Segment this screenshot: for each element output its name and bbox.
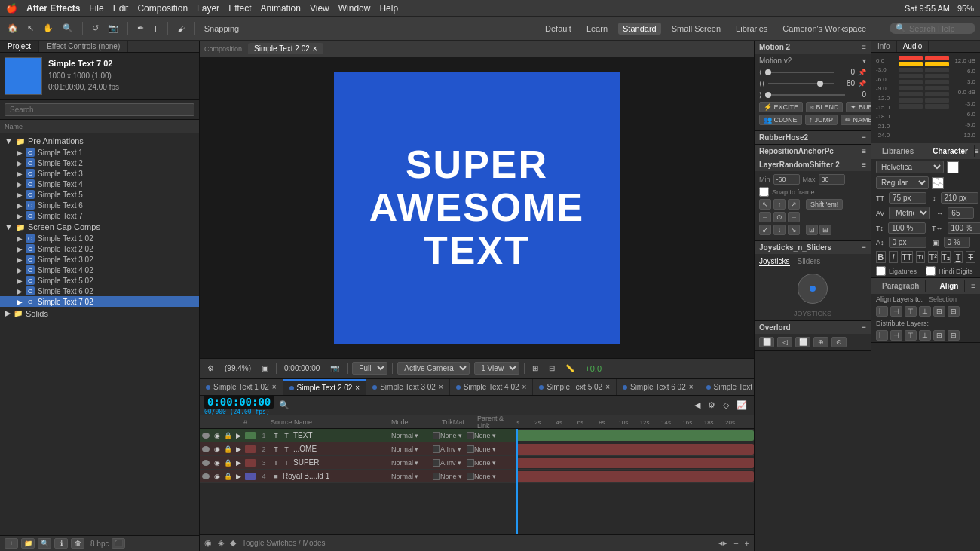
layer-4-parent[interactable]: None▾ xyxy=(474,473,516,480)
layer-4-trikmat[interactable]: None▾ xyxy=(440,473,467,480)
layer-4-solo[interactable]: ◉ xyxy=(212,473,222,480)
brush-tool[interactable]: 🖌 xyxy=(174,23,188,35)
timeline-ruler[interactable]: 0s 2s 4s 6s 8s 10s 12s 14s 16s 18s 20s xyxy=(516,415,754,429)
leading-input[interactable] xyxy=(941,192,978,204)
quality-select[interactable]: Full xyxy=(352,362,387,375)
playhead[interactable] xyxy=(516,429,518,534)
baseline-input[interactable] xyxy=(889,237,926,248)
arrow-up-right[interactable]: ↗ xyxy=(788,199,800,210)
rubberhose-header[interactable]: RubberHose2 ≡ xyxy=(755,131,871,144)
arrow-center[interactable]: ⊙ xyxy=(773,212,786,222)
viewer-settings[interactable]: ⚙ xyxy=(204,363,217,373)
layer-4-trikmat-cb[interactable] xyxy=(433,473,440,480)
item-simple-text-5[interactable]: ▶ C Simple Text 5 xyxy=(0,189,199,200)
viewer-exposure[interactable]: +0.0 xyxy=(582,363,605,374)
item-sc-3[interactable]: ▶ C Simple Text 3 02 xyxy=(0,254,199,265)
tab-info[interactable]: Info xyxy=(871,41,897,52)
tab-libraries[interactable]: Libraries xyxy=(876,145,920,157)
item-sc-6[interactable]: ▶ C Simple Text 6 02 xyxy=(0,286,199,296)
tl-bottom-navigate[interactable]: ◂▸ xyxy=(718,538,727,548)
layer-1-lock[interactable]: 🔒 xyxy=(222,432,233,439)
layer-1-trikmat[interactable]: None▾ xyxy=(440,432,467,439)
menu-composition[interactable]: Composition xyxy=(137,3,188,14)
slider-1[interactable] xyxy=(765,72,834,73)
tl-keyframe-btn[interactable]: ◇ xyxy=(721,399,731,411)
tl-search-btn[interactable]: 🔍 xyxy=(277,399,292,411)
menu-edit[interactable]: Edit xyxy=(113,3,129,14)
layer-random-header[interactable]: LayerRandomShifter 2 ≡ xyxy=(755,158,871,171)
motion2-header[interactable]: Motion 2 ≡ xyxy=(755,41,871,54)
menu-effect[interactable]: Effect xyxy=(228,3,251,14)
joysticks-header[interactable]: Joysticks_n_Sliders ≡ xyxy=(755,241,871,254)
select-tool[interactable]: ↖ xyxy=(24,22,37,35)
snapping-btn[interactable]: Snapping xyxy=(201,23,243,35)
joysticks-tab[interactable]: Joysticks xyxy=(759,257,790,266)
layer-1-expand[interactable]: ▶ xyxy=(233,432,243,439)
layer-1-visibility[interactable] xyxy=(200,433,212,439)
layer-2-trikmat-cb[interactable] xyxy=(433,445,440,453)
tl-bottom-btn1[interactable]: ◉ xyxy=(204,538,212,548)
layer-3-parent-cb[interactable] xyxy=(467,459,474,467)
viewer-grid[interactable]: ⊞ xyxy=(529,363,541,373)
tl-preview-btn[interactable]: ◀ xyxy=(692,399,703,411)
font-style-select[interactable]: Regular xyxy=(876,176,929,189)
view-select[interactable]: Active Camera xyxy=(397,362,470,375)
viewer-fit[interactable]: ▣ xyxy=(259,363,271,373)
overlord-header[interactable]: Overlord ≡ xyxy=(755,321,871,334)
slider-3[interactable] xyxy=(765,94,845,96)
zoom-tool[interactable]: 🔍 xyxy=(60,22,76,35)
tl-graph-btn[interactable]: 📈 xyxy=(734,399,749,411)
dist-btn3[interactable]: ⊤ xyxy=(905,330,917,341)
item-sc-5[interactable]: ▶ C Simple Text 5 02 xyxy=(0,275,199,286)
arrow-right[interactable]: → xyxy=(788,212,800,222)
align-vcenter-btn[interactable]: ⊞ xyxy=(933,306,945,317)
item-sc-2[interactable]: ▶ C Simple Text 2 02 xyxy=(0,243,199,254)
layer-1-parent-cb[interactable] xyxy=(467,432,474,439)
tl-bottom-btn2[interactable]: ◈ xyxy=(218,538,224,548)
rotate-tool[interactable]: ↺ xyxy=(89,22,102,35)
item-sc-7[interactable]: ▶ C Simple Text 7 02 xyxy=(0,296,199,307)
layer-2-solo[interactable]: ◉ xyxy=(212,445,222,453)
item-sc-1[interactable]: ▶ C Simple Text 1 02 xyxy=(0,233,199,243)
workspace-small-screen[interactable]: Small Screen xyxy=(667,23,725,35)
layer-4-parent-cb[interactable] xyxy=(467,473,474,480)
layer-3-lock[interactable]: 🔒 xyxy=(222,459,233,467)
layer-3-trikmat[interactable]: A.Inv▾ xyxy=(440,459,467,467)
super-btn[interactable]: T² xyxy=(928,251,938,263)
pen-tool[interactable]: ✒ xyxy=(134,22,147,35)
italic-btn[interactable]: I xyxy=(889,251,899,263)
layer-4-mode[interactable]: Normal▾ xyxy=(391,473,433,480)
arrow-down-right[interactable]: ↘ xyxy=(788,225,800,235)
slider-2[interactable] xyxy=(768,83,834,84)
bold-btn[interactable]: B xyxy=(876,251,886,263)
arrow-down-left[interactable]: ↙ xyxy=(759,225,771,235)
timecode-display[interactable]: 0:00:00:00 xyxy=(204,395,274,409)
tl-tab-7[interactable]: Simple Text 7 02 × xyxy=(700,379,754,395)
workspace-libraries[interactable]: Libraries xyxy=(731,23,772,35)
align-top-btn[interactable]: ⊥ xyxy=(919,306,931,317)
apple-menu[interactable]: 🍎 xyxy=(6,3,17,14)
arrow-up-left[interactable]: ↖ xyxy=(759,199,771,210)
item-simple-text-2[interactable]: ▶ C Simple Text 2 xyxy=(0,158,199,168)
workspace-cameron[interactable]: Cameron's Workspace xyxy=(778,23,871,35)
search-input[interactable] xyxy=(909,24,969,33)
home-btn[interactable]: 🏠 xyxy=(5,22,21,35)
item-sc-4[interactable]: ▶ C Simple Text 4 02 xyxy=(0,265,199,275)
tl-tab-6[interactable]: Simple Text 6 02 × xyxy=(617,379,700,395)
camera-tool[interactable]: 📷 xyxy=(105,22,121,35)
ligatures-cb[interactable] xyxy=(876,266,886,276)
dist-btn2[interactable]: ⊣ xyxy=(890,330,902,341)
info-btn[interactable]: ℹ xyxy=(54,538,68,549)
workspace-default[interactable]: Default xyxy=(541,23,576,35)
menu-file[interactable]: File xyxy=(89,3,103,14)
reposition-header[interactable]: RepositionAnchorPc ≡ xyxy=(755,145,871,158)
tl-tab-1[interactable]: Simple Text 1 02 × xyxy=(200,379,283,395)
layer-1-parent[interactable]: None▾ xyxy=(474,432,516,439)
layer-2-visibility[interactable] xyxy=(200,446,212,452)
arrow-left[interactable]: ← xyxy=(759,212,771,222)
joystick-circle[interactable] xyxy=(798,274,828,304)
small-caps-btn[interactable]: Tt xyxy=(916,251,926,263)
arrow-up[interactable]: ↑ xyxy=(773,199,786,210)
track-area[interactable] xyxy=(516,429,754,534)
layer-3-mode[interactable]: Normal▾ xyxy=(391,459,433,467)
